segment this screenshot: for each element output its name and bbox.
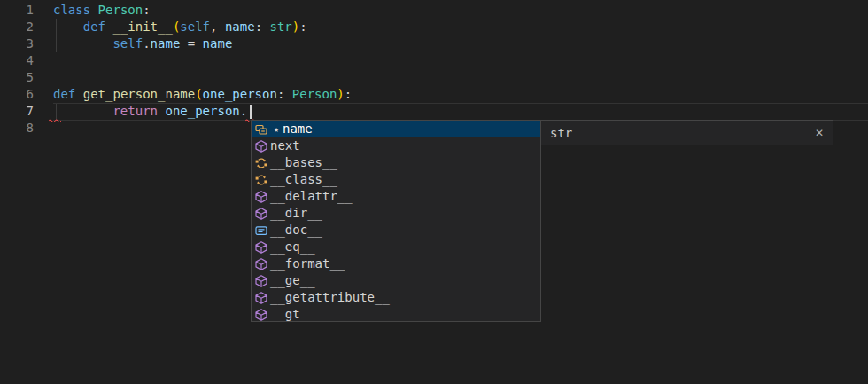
suggest-item-class[interactable]: __class__: [252, 171, 540, 188]
code-line-content: def __init__(self, name: str):: [53, 19, 307, 35]
line-number: 7: [0, 103, 34, 120]
line-number: 3: [0, 35, 34, 52]
suggest-item-label: __delattr__: [270, 188, 353, 205]
code-line[interactable]: 1class Person:: [0, 2, 868, 19]
suggest-item-getattribute[interactable]: __getattribute__: [252, 289, 540, 306]
code-line[interactable]: 4: [0, 52, 868, 69]
text-cursor: [250, 105, 252, 119]
suggest-item-dir[interactable]: __dir__: [252, 205, 540, 222]
indent-guide: [56, 19, 57, 52]
suggest-item-label: __getattribute__: [270, 289, 390, 306]
suggest-item-label: __doc__: [270, 222, 322, 239]
code-line[interactable]: 5: [0, 69, 868, 86]
suggest-item-name[interactable]: ★name: [252, 121, 540, 137]
suggest-item-label: next: [270, 137, 300, 154]
method-icon: [254, 257, 268, 271]
code-line[interactable]: 6def get_person_name(one_person: Person)…: [0, 86, 868, 103]
method-icon: [254, 291, 268, 305]
suggest-item-label: __format__: [270, 255, 345, 272]
class-icon: [254, 173, 268, 187]
code-line[interactable]: 7 return one_person.: [0, 103, 868, 120]
method-icon: [254, 308, 268, 322]
suggest-details-panel: str ✕: [540, 120, 833, 145]
constant-icon: [254, 223, 268, 238]
line-number: 2: [0, 19, 34, 35]
suggest-item-delattr[interactable]: __delattr__: [252, 188, 540, 205]
suggest-item-ge[interactable]: __ge__: [252, 272, 540, 289]
method-icon: [254, 139, 268, 153]
code-editor[interactable]: 1class Person:2 def __init__(self, name:…: [0, 0, 868, 384]
suggest-item-doc[interactable]: __doc__: [252, 222, 540, 239]
suggest-item-format[interactable]: __format__: [252, 255, 540, 272]
suggest-item-label: name: [283, 121, 313, 137]
method-icon: [254, 240, 268, 255]
line-number: 5: [0, 69, 34, 86]
line-number: 6: [0, 86, 34, 103]
line-number: 4: [0, 52, 34, 69]
code-line-content: def get_person_name(one_person: Person):: [53, 86, 352, 103]
method-icon: [254, 274, 268, 288]
error-squiggle: [49, 118, 61, 122]
code-line[interactable]: 3 self.name = name: [0, 35, 868, 52]
close-icon[interactable]: ✕: [815, 127, 824, 139]
suggest-item-label: __ge__: [270, 272, 315, 289]
line-number: 8: [0, 120, 34, 137]
suggest-item-next[interactable]: next: [252, 137, 540, 154]
suggest-item-label: __class__: [270, 171, 337, 188]
code-line-content: class Person:: [53, 2, 151, 19]
code-line-content: return one_person.: [53, 103, 247, 120]
method-icon: [254, 190, 268, 204]
intellicode-star-icon: ★: [270, 121, 283, 137]
editor-lines[interactable]: 1class Person:2 def __init__(self, name:…: [0, 2, 868, 137]
suggest-details-text: str: [550, 126, 572, 140]
method-icon: [254, 207, 268, 221]
suggest-item-label: __eq__: [270, 239, 315, 255]
autocomplete-suggest-widget[interactable]: ★name next __bases__ __class__ __delattr…: [251, 120, 541, 322]
line-number: 1: [0, 2, 34, 19]
suggest-item-label: __bases__: [270, 154, 337, 171]
suggest-item-bases[interactable]: __bases__: [252, 154, 540, 171]
suggest-item-label: __gt__: [270, 306, 315, 322]
code-line[interactable]: 2 def __init__(self, name: str):: [0, 19, 868, 35]
class-icon: [254, 156, 268, 170]
field-icon: [254, 122, 268, 137]
suggest-item-label: __dir__: [270, 205, 322, 222]
code-line-content: self.name = name: [53, 35, 232, 52]
suggest-item-gt[interactable]: __gt__: [252, 306, 540, 322]
suggest-item-eq[interactable]: __eq__: [252, 239, 540, 255]
